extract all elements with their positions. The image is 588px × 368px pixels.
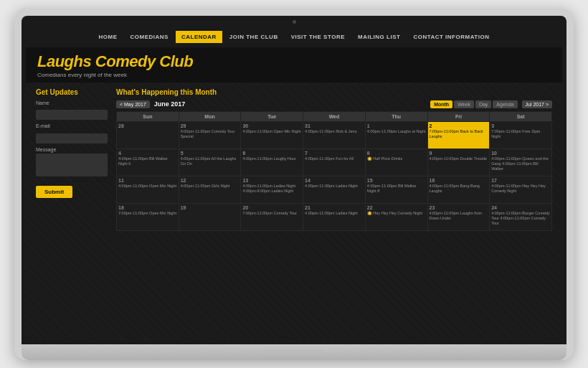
table-row[interactable]: 234:00pm-11:00pm Laughs from Down Under	[427, 203, 490, 230]
table-row[interactable]: 294:00pm-11:00pm Comedy Tour Special	[179, 121, 241, 148]
calendar-nav: < May 2017 June 2017 Month Week Day Agen…	[116, 100, 552, 108]
site-wrapper: HOME COMEDIANS CALENDAR JOIN THE CLUB VI…	[26, 27, 562, 340]
event-text: 4:00pm-11:00pm Bang Bang Laughs	[430, 184, 488, 194]
message-field: Message	[36, 147, 108, 179]
screen-bezel: HOME COMEDIANS CALENDAR JOIN THE CLUB VI…	[22, 16, 566, 344]
day-header-sat: Sat	[490, 111, 552, 121]
name-input[interactable]	[36, 110, 108, 120]
event-text: 4:00pm-11:00pm Bill Walker Night 6	[118, 156, 177, 166]
day-number: 20	[242, 205, 301, 210]
day-header-thu: Thu	[365, 111, 427, 121]
day-number: 21	[305, 205, 364, 210]
day-number: 16	[430, 178, 488, 183]
email-field: E-mail	[36, 123, 108, 143]
event-text: 7:00pm-11:00pm Open Mic Night	[118, 211, 177, 216]
table-row[interactable]: 37:00pm-11:00pm Free Style Night	[490, 121, 552, 148]
table-row[interactable]: 304:00pm-11:00pm Open Mic Night	[241, 121, 303, 148]
table-row[interactable]: 144:00pm-11:00pm Ladies Night	[303, 176, 366, 203]
table-row[interactable]: 164:00pm-11:00pm Bang Bang Laughs	[427, 176, 490, 203]
sidebar-title: Get Updates	[36, 88, 108, 96]
table-row[interactable]: 174:00pm-11:00pm Hey Hey Hey Comedy Nigh…	[490, 176, 552, 203]
prev-month-button[interactable]: < May 2017	[116, 100, 150, 108]
nav-bar: HOME COMEDIANS CALENDAR JOIN THE CLUB VI…	[26, 27, 562, 47]
nav-mailing[interactable]: MAILING LIST	[352, 31, 406, 43]
laptop-base	[22, 344, 566, 360]
current-month: June 2017	[154, 100, 186, 108]
event-text: 🌟 Hey Hey Hey Comedy Night	[367, 211, 426, 216]
day-number: 31	[305, 123, 364, 128]
day-number: 1	[367, 123, 426, 128]
agenda-view-button[interactable]: Agenda	[493, 100, 517, 108]
event-text: 4:00pm-11:00pm All the Laughs Go On	[181, 156, 240, 166]
day-number: 8	[367, 151, 426, 156]
day-number: 11	[118, 178, 177, 183]
hero-section: Laughs Comedy Club Comedians every night…	[26, 47, 562, 82]
message-input[interactable]	[36, 154, 108, 176]
event-text: 7:00pm-11:00pm Back to Back Laughs	[430, 129, 488, 139]
table-row[interactable]: 14:00pm-11:00pm Laughs at Night	[365, 121, 427, 148]
table-row[interactable]: 154:00pm-11:00pm Bill Walker Night 8	[365, 176, 427, 203]
table-row[interactable]: 114:00pm-11:00pm Open Mic Night	[117, 176, 179, 203]
day-header-sun: Sun	[117, 111, 179, 121]
table-row[interactable]: 74:00pm-11:00pm Fun for All	[303, 148, 366, 176]
nav-join[interactable]: JOIN THE CLUB	[224, 31, 284, 43]
table-row[interactable]: 64:00pm-11:00pm Laughy Hour	[241, 148, 303, 176]
day-number: 9	[430, 151, 488, 156]
name-field: Name	[36, 100, 108, 121]
nav-calendar[interactable]: CALENDAR	[176, 31, 222, 43]
table-row[interactable]: 22🌟 Hey Hey Hey Comedy Night	[365, 203, 427, 230]
next-month-button[interactable]: Jul 2017 >	[522, 100, 553, 108]
event-text: 4:00pm-11:00pm Ladies Night 4:00pm-9:00p…	[242, 184, 301, 194]
event-text: 4:00pm-11:00pm Rick & Jerry	[305, 129, 364, 134]
table-row[interactable]: 187:00pm-11:00pm Open Mic Night	[117, 203, 179, 230]
nav-store[interactable]: VISIT THE STORE	[285, 31, 351, 43]
calendar-title: What's Happening this Month	[116, 88, 552, 96]
event-text: 4:00pm-11:00pm Bill Walker Night 8	[367, 184, 426, 194]
table-row[interactable]: 54:00pm-11:00pm All the Laughs Go On	[179, 148, 241, 176]
day-number: 2	[430, 123, 488, 128]
month-view-button[interactable]: Month	[430, 100, 452, 108]
event-text: 7:00pm-11:00pm Free Style Night	[491, 129, 550, 139]
email-input[interactable]	[36, 133, 108, 143]
nav-contact[interactable]: CONTACT INFORMATION	[407, 31, 495, 43]
table-row[interactable]: 314:00pm-11:00pm Rick & Jerry	[303, 121, 366, 148]
day-number: 29	[181, 123, 240, 128]
table-row[interactable]: 28	[117, 121, 179, 148]
table-row[interactable]: 8🌟 Half Price Drinks	[365, 148, 427, 176]
table-row[interactable]: 44:00pm-11:00pm Bill Walker Night 6	[117, 148, 179, 176]
day-header-tue: Tue	[241, 111, 303, 121]
table-row[interactable]: 214:00pm-11:00pm Ladies Night	[303, 203, 366, 230]
sidebar-form: Get Updates Name E-mail Message	[36, 88, 108, 333]
day-number: 24	[491, 205, 550, 210]
day-number: 13	[242, 178, 301, 183]
table-row[interactable]: 134:00pm-11:00pm Ladies Night 4:00pm-9:0…	[241, 176, 303, 203]
main-content: Get Updates Name E-mail Message	[26, 82, 562, 339]
day-number: 3	[491, 123, 550, 128]
nav-home[interactable]: HOME	[93, 31, 123, 43]
event-text: 7:00pm-11:00pm Comedy Tour	[242, 211, 301, 216]
day-number: 30	[242, 123, 301, 128]
day-number: 23	[430, 205, 488, 210]
table-row[interactable]: 19	[179, 203, 241, 230]
day-number: 28	[118, 123, 177, 128]
email-label: E-mail	[36, 123, 108, 128]
table-row[interactable]: 124:00pm-11:00pm Girls Night	[179, 176, 241, 203]
table-row[interactable]: 104:00pm-11:00pm Queen and the Gang 4:00…	[490, 148, 552, 176]
view-buttons: Month Week Day Agenda	[430, 100, 517, 108]
day-number: 5	[181, 151, 240, 156]
nav-comedians[interactable]: COMEDIANS	[125, 31, 174, 43]
week-view-button[interactable]: Week	[454, 100, 474, 108]
table-row[interactable]: 207:00pm-11:00pm Comedy Tour	[241, 203, 303, 230]
day-number: 17	[491, 178, 550, 183]
day-number: 22	[367, 205, 426, 210]
event-text: 4:00pm-11:00pm Ladies Night	[305, 211, 364, 216]
table-row[interactable]: 244:00pm-11:00pm Burger Comedy Tour 4:00…	[490, 203, 552, 230]
event-text: 4:00pm-11:00pm Comedy Tour Special	[181, 129, 240, 139]
submit-button[interactable]: Submit	[36, 186, 72, 198]
table-row[interactable]: 94:00pm-11:00pm Double Trouble	[427, 148, 490, 176]
event-text: 4:00pm-11:00pm Laughs from Down Under	[430, 211, 488, 221]
laptop-notch	[265, 350, 323, 354]
day-view-button[interactable]: Day	[475, 100, 491, 108]
table-row[interactable]: 27:00pm-11:00pm Back to Back Laughs	[427, 121, 490, 148]
calendar-grid: Sun Mon Tue Wed Thu Fri Sat 282	[116, 111, 552, 231]
